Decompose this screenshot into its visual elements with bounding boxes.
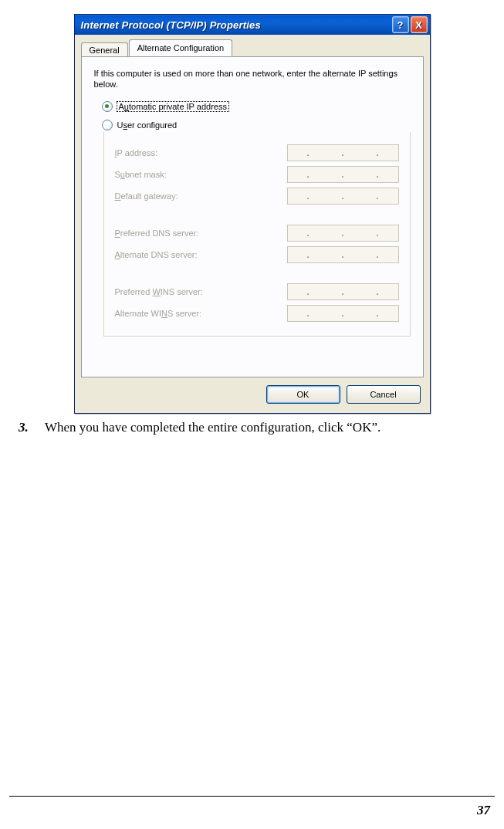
instruction-number: 3.	[19, 420, 45, 435]
tab-strip: General Alternate Configuration	[81, 39, 424, 56]
help-icon[interactable]: ?	[392, 16, 409, 33]
titlebar[interactable]: Internet Protocol (TCP/IP) Properties ? …	[75, 15, 430, 35]
label-alternate-wins: Alternate WINS server:	[115, 309, 202, 318]
default-gateway-input[interactable]: ...	[287, 188, 399, 205]
ok-button[interactable]: OK	[266, 385, 340, 404]
radio-user-configured[interactable]	[102, 120, 113, 130]
close-icon[interactable]: X	[411, 16, 428, 33]
label-alternate-dns: Alternate DNS server:	[115, 250, 198, 259]
radio-auto-ip-label: Automatic private IP address	[117, 102, 228, 111]
cancel-button[interactable]: Cancel	[347, 385, 421, 404]
label-ip-address: IP address:	[115, 148, 157, 157]
instruction-text: When you have completed the entire confi…	[45, 420, 381, 435]
preferred-wins-input[interactable]: ...	[287, 283, 399, 300]
label-preferred-dns: Preferred DNS server:	[115, 228, 199, 238]
user-config-group: IP address: ... Subnet mask: ... Default…	[103, 132, 411, 337]
ip-properties-dialog: Internet Protocol (TCP/IP) Properties ? …	[74, 14, 431, 414]
preferred-dns-input[interactable]: ...	[287, 225, 399, 242]
radio-auto-ip[interactable]	[102, 101, 113, 112]
label-default-gateway: Default gateway:	[115, 191, 178, 201]
instruction-step: 3. When you have completed the entire co…	[0, 414, 504, 435]
label-subnet-mask: Subnet mask:	[115, 170, 167, 179]
ip-address-input[interactable]: ...	[287, 144, 399, 161]
tab-general[interactable]: General	[81, 42, 128, 57]
label-preferred-wins: Preferred WINS server:	[115, 287, 203, 296]
tab-panel: If this computer is used on more than on…	[81, 56, 424, 377]
window-title: Internet Protocol (TCP/IP) Properties	[81, 19, 261, 31]
subnet-mask-input[interactable]: ...	[287, 166, 399, 183]
footer-rule	[9, 796, 495, 797]
tab-alternate-configuration[interactable]: Alternate Configuration	[129, 39, 233, 56]
intro-text: If this computer is used on more than on…	[94, 68, 411, 90]
radio-user-configured-label: User configured	[117, 120, 178, 130]
alternate-wins-input[interactable]: ...	[287, 305, 399, 322]
alternate-dns-input[interactable]: ...	[287, 246, 399, 263]
page-number: 37	[477, 803, 490, 818]
